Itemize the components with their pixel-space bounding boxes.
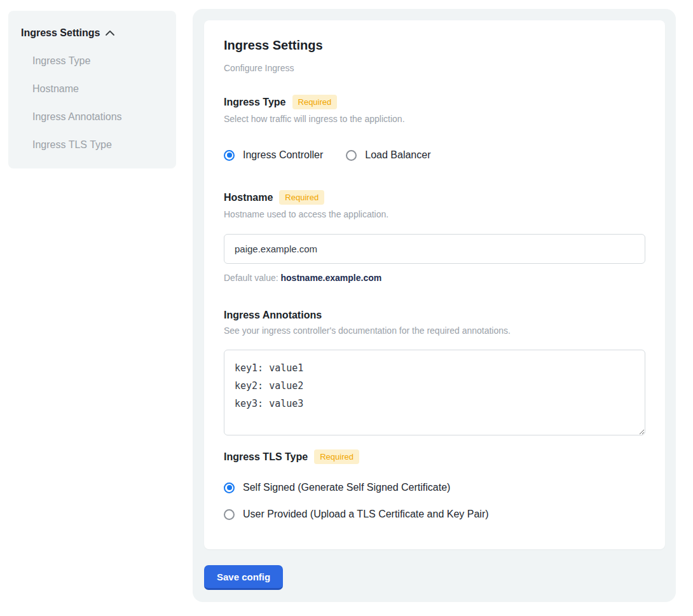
hostname-default-line: Default value: hostname.example.com bbox=[224, 273, 645, 283]
section-hostname: Hostname Required Hostname used to acces… bbox=[224, 190, 645, 283]
annotations-label: Ingress Annotations bbox=[224, 310, 322, 321]
radio-label: Load Balancer bbox=[365, 149, 430, 161]
radio-load-balancer[interactable]: Load Balancer bbox=[346, 149, 430, 161]
sidebar-item-ingress-annotations[interactable]: Ingress Annotations bbox=[32, 111, 163, 123]
radio-self-signed[interactable]: Self Signed (Generate Self Signed Certif… bbox=[224, 482, 645, 493]
radio-unselected-icon[interactable] bbox=[224, 509, 235, 520]
section-ingress-annotations: Ingress Annotations See your ingress con… bbox=[224, 310, 645, 438]
section-ingress-type: Ingress Type Required Select how traffic… bbox=[224, 95, 645, 161]
required-badge: Required bbox=[279, 190, 324, 205]
radio-label: Ingress Controller bbox=[243, 149, 323, 161]
radio-selected-icon[interactable] bbox=[224, 150, 235, 161]
tls-type-label: Ingress TLS Type bbox=[224, 451, 308, 463]
radio-selected-icon[interactable] bbox=[224, 483, 235, 493]
default-value-label: Default value: bbox=[224, 273, 278, 283]
default-value-text: hostname.example.com bbox=[281, 273, 382, 283]
ingress-type-label: Ingress Type bbox=[224, 97, 286, 108]
tls-type-radio-group: Self Signed (Generate Self Signed Certif… bbox=[224, 482, 645, 520]
settings-panel: Ingress Settings Configure Ingress Ingre… bbox=[193, 9, 676, 602]
required-badge: Required bbox=[292, 95, 338, 109]
sidebar-item-hostname[interactable]: Hostname bbox=[32, 83, 163, 95]
required-badge: Required bbox=[314, 449, 359, 464]
radio-user-provided[interactable]: User Provided (Upload a TLS Certificate … bbox=[224, 509, 645, 520]
save-config-button[interactable]: Save config bbox=[204, 565, 283, 590]
hostname-input[interactable] bbox=[224, 234, 645, 264]
radio-label: Self Signed (Generate Self Signed Certif… bbox=[243, 482, 450, 493]
radio-label: User Provided (Upload a TLS Certificate … bbox=[243, 509, 489, 520]
hostname-description: Hostname used to access the application. bbox=[224, 209, 645, 219]
chevron-up-icon bbox=[105, 29, 115, 37]
sidebar-nav: Ingress Type Hostname Ingress Annotation… bbox=[32, 55, 163, 151]
ingress-type-description: Select how traffic will ingress to the a… bbox=[224, 114, 645, 124]
ingress-settings-card: Ingress Settings Configure Ingress Ingre… bbox=[204, 20, 665, 549]
settings-sidebar: Ingress Settings Ingress Type Hostname I… bbox=[8, 11, 176, 168]
ingress-type-radio-group: Ingress Controller Load Balancer bbox=[224, 149, 645, 161]
annotations-description: See your ingress controller's documentat… bbox=[224, 325, 645, 336]
sidebar-item-ingress-type[interactable]: Ingress Type bbox=[32, 55, 163, 67]
radio-unselected-icon[interactable] bbox=[346, 150, 357, 161]
sidebar-item-ingress-tls-type[interactable]: Ingress TLS Type bbox=[32, 139, 163, 151]
annotations-textarea[interactable]: key1: value1 key2: value2 key3: value3 bbox=[224, 350, 645, 435]
section-ingress-tls-type: Ingress TLS Type Required Self Signed (G… bbox=[224, 449, 645, 520]
hostname-label: Hostname bbox=[224, 192, 273, 203]
page-subtitle: Configure Ingress bbox=[224, 63, 645, 73]
radio-ingress-controller[interactable]: Ingress Controller bbox=[224, 149, 323, 161]
page-title: Ingress Settings bbox=[224, 38, 645, 53]
sidebar-section-toggle[interactable]: Ingress Settings bbox=[21, 27, 163, 39]
sidebar-section-title: Ingress Settings bbox=[21, 27, 100, 39]
